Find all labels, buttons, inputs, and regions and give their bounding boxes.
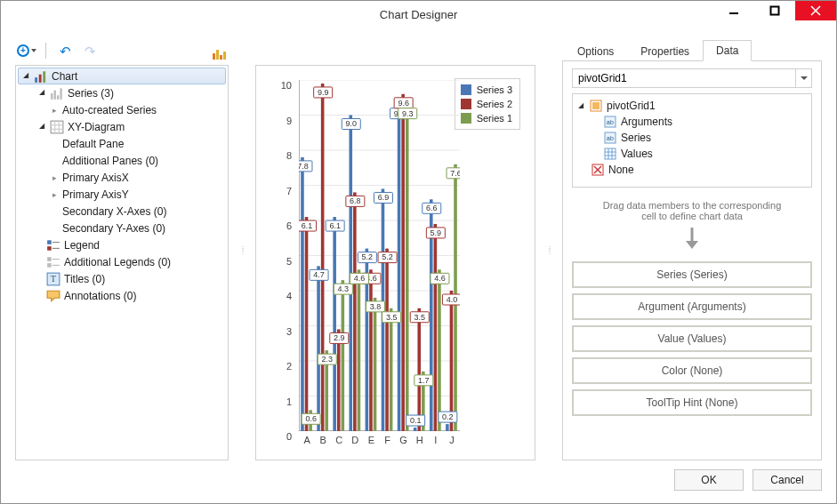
series-icon bbox=[50, 86, 64, 100]
field-table-icon bbox=[603, 147, 617, 161]
tree-label: Titles (0) bbox=[64, 273, 105, 285]
tree-node-secondary-y-axes[interactable]: Secondary Y-Axes (0) bbox=[18, 220, 226, 236]
ds-node-values[interactable]: Values bbox=[576, 146, 808, 162]
expander-icon[interactable] bbox=[50, 173, 59, 182]
chart-area[interactable]: Series 3 Series 2 Series 1 012345678910 … bbox=[263, 75, 524, 452]
undo-button[interactable]: ↶ bbox=[55, 42, 75, 60]
tab-options[interactable]: Options bbox=[564, 41, 627, 61]
structure-tree[interactable]: Chart Series (3) Auto-created Series bbox=[16, 66, 228, 306]
drop-label: ToolTip Hint (None) bbox=[647, 396, 738, 409]
minimize-button[interactable] bbox=[713, 1, 754, 20]
data-source-combo[interactable] bbox=[572, 68, 812, 88]
expander-icon[interactable] bbox=[50, 106, 59, 115]
svg-text:ab: ab bbox=[607, 135, 614, 141]
tree-node-secondary-x-axes[interactable]: Secondary X-Axes (0) bbox=[18, 203, 226, 220]
data-source-tree[interactable]: pivotGrid1 ab Arguments ab Series bbox=[572, 93, 812, 188]
chart-preview-panel: Series 3 Series 2 Series 1 012345678910 … bbox=[255, 65, 535, 460]
svg-rect-58 bbox=[450, 291, 454, 431]
svg-text:0.6: 0.6 bbox=[305, 414, 317, 423]
svg-rect-64 bbox=[390, 308, 393, 431]
svg-rect-40 bbox=[317, 266, 320, 431]
drop-series[interactable]: Series (Series) bbox=[572, 261, 812, 288]
annotation-icon bbox=[46, 289, 60, 303]
svg-rect-41 bbox=[333, 217, 336, 431]
close-button[interactable] bbox=[795, 1, 836, 20]
tree-node-titles[interactable]: T Titles (0) bbox=[18, 270, 226, 287]
svg-rect-48 bbox=[446, 424, 449, 431]
tree-node-default-pane[interactable]: Default Pane bbox=[18, 135, 226, 152]
drop-label: Color (None) bbox=[662, 364, 723, 377]
ok-button[interactable]: OK bbox=[674, 469, 744, 491]
chart-style-button[interactable] bbox=[209, 42, 229, 60]
tree-label: Primary AxisY bbox=[62, 188, 129, 201]
drop-argument[interactable]: Argument (Arguments) bbox=[572, 293, 812, 320]
data-source-input[interactable] bbox=[573, 69, 795, 87]
cancel-button[interactable]: Cancel bbox=[752, 469, 822, 491]
tree-node-annotations[interactable]: Annotations (0) bbox=[18, 287, 226, 304]
tree-node-auto-series[interactable]: Auto-created Series bbox=[18, 101, 226, 118]
maximize-button[interactable] bbox=[754, 1, 795, 20]
svg-text:0.2: 0.2 bbox=[442, 412, 454, 421]
tree-node-series[interactable]: Series (3) bbox=[18, 84, 226, 101]
expander-icon[interactable] bbox=[50, 190, 59, 199]
arrow-down-icon bbox=[572, 227, 812, 256]
svg-text:3.5: 3.5 bbox=[386, 313, 398, 322]
tree-node-legend[interactable]: Legend bbox=[18, 236, 226, 253]
add-button[interactable]: + bbox=[17, 42, 36, 60]
svg-text:6.1: 6.1 bbox=[302, 221, 313, 230]
tab-data[interactable]: Data bbox=[703, 40, 752, 61]
svg-text:7.8: 7.8 bbox=[299, 162, 309, 171]
expander-icon[interactable] bbox=[37, 123, 46, 132]
svg-rect-7 bbox=[51, 93, 52, 100]
splitter[interactable]: ⋮⋮ bbox=[239, 247, 245, 252]
svg-rect-50 bbox=[321, 84, 325, 431]
tab-label: Options bbox=[577, 45, 614, 58]
expander-icon[interactable] bbox=[576, 101, 585, 110]
tree-label: Secondary X-Axes (0) bbox=[62, 205, 166, 218]
tree-node-additional-panes[interactable]: Additional Panes (0) bbox=[18, 152, 226, 169]
y-axis: 012345678910 bbox=[263, 80, 297, 431]
ds-node-pivotgrid[interactable]: pivotGrid1 bbox=[576, 98, 808, 114]
expander-icon[interactable] bbox=[21, 72, 30, 81]
splitter[interactable]: ⋮⋮ bbox=[546, 247, 551, 252]
ds-node-none[interactable]: None bbox=[576, 162, 808, 178]
legend-swatch bbox=[461, 99, 471, 109]
tree-node-chart[interactable]: Chart bbox=[18, 68, 226, 84]
expander-icon[interactable] bbox=[37, 89, 46, 98]
svg-rect-63 bbox=[374, 298, 377, 431]
svg-rect-21 bbox=[47, 263, 52, 268]
drop-label: Series (Series) bbox=[656, 268, 727, 281]
tree-label: Default Pane bbox=[62, 138, 124, 150]
ds-node-series[interactable]: ab Series bbox=[576, 130, 808, 146]
drop-color[interactable]: Color (None) bbox=[572, 357, 812, 384]
svg-text:9.3: 9.3 bbox=[402, 109, 414, 118]
drop-label: Value (Values) bbox=[658, 332, 727, 345]
svg-text:6.9: 6.9 bbox=[378, 193, 390, 202]
svg-text:4.6: 4.6 bbox=[354, 274, 366, 283]
drop-tooltip[interactable]: ToolTip Hint (None) bbox=[572, 389, 812, 416]
ds-label: pivotGrid1 bbox=[607, 100, 656, 112]
svg-rect-4 bbox=[35, 77, 37, 83]
ds-node-arguments[interactable]: ab Arguments bbox=[576, 114, 808, 130]
svg-rect-5 bbox=[39, 74, 42, 82]
redo-button[interactable]: ↷ bbox=[80, 42, 100, 60]
tree-node-primary-axis-x[interactable]: Primary AxisX bbox=[18, 169, 226, 186]
drop-value[interactable]: Value (Values) bbox=[572, 325, 812, 352]
svg-rect-9 bbox=[57, 95, 59, 100]
svg-text:1.7: 1.7 bbox=[418, 376, 430, 385]
svg-text:6.6: 6.6 bbox=[426, 204, 438, 212]
separator bbox=[45, 43, 46, 59]
tree-node-primary-axis-y[interactable]: Primary AxisY bbox=[18, 186, 226, 203]
tree-node-diagram[interactable]: XY-Diagram bbox=[18, 118, 226, 135]
tree-label: Chart bbox=[52, 70, 77, 83]
svg-rect-17 bbox=[47, 246, 52, 251]
tree-label: Series (3) bbox=[68, 87, 114, 100]
tab-properties[interactable]: Properties bbox=[627, 41, 703, 61]
tree-label: XY-Diagram bbox=[68, 121, 125, 133]
svg-rect-56 bbox=[417, 308, 421, 431]
svg-text:2.9: 2.9 bbox=[334, 333, 345, 342]
button-label: OK bbox=[701, 474, 716, 486]
tree-node-additional-legends[interactable]: Additional Legends (0) bbox=[18, 253, 226, 270]
dropdown-icon[interactable] bbox=[795, 69, 811, 87]
svg-rect-67 bbox=[438, 269, 441, 431]
